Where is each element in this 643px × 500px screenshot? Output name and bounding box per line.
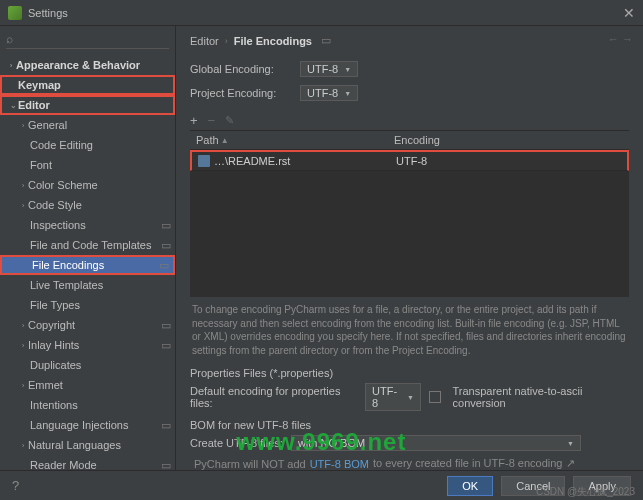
- close-icon[interactable]: ✕: [623, 5, 635, 21]
- breadcrumb: Editor › File Encodings ▭: [190, 34, 629, 47]
- bom-label: Create UTF-8 files:: [190, 437, 283, 449]
- sidebar-item-inlay-hints[interactable]: ›Inlay Hints▭: [0, 335, 175, 355]
- project-badge-icon: ▭: [321, 34, 331, 47]
- project-badge-icon: ▭: [161, 319, 171, 332]
- sidebar-item-font[interactable]: Font: [0, 155, 175, 175]
- remove-button: −: [208, 113, 216, 128]
- bom-section: BOM for new UTF-8 files: [190, 419, 629, 431]
- help-button[interactable]: ?: [12, 478, 19, 493]
- chevron-right-icon: ›: [18, 201, 28, 210]
- sidebar-item-color-scheme[interactable]: ›Color Scheme: [0, 175, 175, 195]
- nav-back-icon[interactable]: ←: [608, 33, 619, 45]
- chevron-down-icon: ⌄: [8, 101, 18, 110]
- sidebar-item-copyright[interactable]: ›Copyright▭: [0, 315, 175, 335]
- file-icon: [198, 155, 210, 167]
- content-pane: Editor › File Encodings ▭ ← → Global Enc…: [176, 26, 643, 470]
- project-badge-icon: ▭: [161, 419, 171, 432]
- table-row[interactable]: …\README.rst UTF-8: [190, 150, 629, 171]
- sidebar-item-general[interactable]: ›General: [0, 115, 175, 135]
- sidebar-item-live-templates[interactable]: Live Templates: [0, 275, 175, 295]
- properties-encoding-label: Default encoding for properties files:: [190, 385, 357, 409]
- sidebar-item-emmet[interactable]: ›Emmet: [0, 375, 175, 395]
- sidebar-item-natural-languages[interactable]: ›Natural Languages: [0, 435, 175, 455]
- sidebar-item-inspections[interactable]: Inspections▭: [0, 215, 175, 235]
- chevron-right-icon: ›: [6, 61, 16, 70]
- properties-section: Properties Files (*.properties): [190, 367, 629, 379]
- search-icon: ⌕: [6, 32, 13, 46]
- chevron-right-icon: ›: [18, 321, 28, 330]
- search-input[interactable]: [17, 33, 169, 45]
- bom-link[interactable]: UTF-8 BOM: [310, 458, 369, 470]
- project-encoding-dropdown[interactable]: UTF-8▼: [300, 85, 358, 101]
- chevron-right-icon: ›: [225, 36, 228, 46]
- sidebar-item-file-templates[interactable]: File and Code Templates▭: [0, 235, 175, 255]
- crumb-editor[interactable]: Editor: [190, 35, 219, 47]
- ok-button[interactable]: OK: [447, 476, 493, 496]
- chevron-down-icon: ▼: [567, 440, 574, 447]
- bom-note: PyCharm will NOT add UTF-8 BOM to every …: [190, 455, 629, 470]
- global-encoding-dropdown[interactable]: UTF-8▼: [300, 61, 358, 77]
- cell-path: …\README.rst: [214, 155, 290, 167]
- transparent-label: Transparent native-to-ascii conversion: [453, 385, 629, 409]
- add-button[interactable]: +: [190, 113, 198, 128]
- sidebar-item-reader-mode[interactable]: Reader Mode▭: [0, 455, 175, 470]
- global-encoding-label: Global Encoding:: [190, 63, 292, 75]
- transparent-checkbox[interactable]: [429, 391, 440, 403]
- chevron-down-icon: ▼: [344, 66, 351, 73]
- chevron-right-icon: ›: [18, 381, 28, 390]
- sidebar-item-file-encodings[interactable]: File Encodings▭: [0, 255, 175, 275]
- col-header-encoding[interactable]: Encoding: [388, 131, 629, 149]
- sidebar-item-appearance[interactable]: ›Appearance & Behavior: [0, 55, 175, 75]
- settings-tree: ›Appearance & Behavior Keymap ⌄Editor ›G…: [0, 53, 175, 470]
- app-icon: [8, 6, 22, 20]
- sidebar-item-code-editing[interactable]: Code Editing: [0, 135, 175, 155]
- edit-button: ✎: [225, 114, 234, 127]
- chevron-right-icon: ›: [18, 121, 28, 130]
- sidebar-item-duplicates[interactable]: Duplicates: [0, 355, 175, 375]
- sidebar-item-file-types[interactable]: File Types: [0, 295, 175, 315]
- project-badge-icon: ▭: [161, 219, 171, 232]
- nav-forward-icon[interactable]: →: [622, 33, 633, 45]
- chevron-down-icon: ▼: [344, 90, 351, 97]
- sidebar-item-editor[interactable]: ⌄Editor: [0, 95, 175, 115]
- chevron-right-icon: ›: [18, 441, 28, 450]
- project-badge-icon: ▭: [161, 239, 171, 252]
- window-title: Settings: [28, 7, 623, 19]
- project-badge-icon: ▭: [161, 339, 171, 352]
- properties-encoding-dropdown[interactable]: UTF-8▼: [365, 383, 421, 411]
- crumb-file-encodings: File Encodings: [234, 35, 312, 47]
- chevron-right-icon: ›: [18, 181, 28, 190]
- csdn-watermark: CSDN @失心疯_2023: [536, 485, 635, 499]
- project-badge-icon: ▭: [159, 259, 169, 272]
- sidebar-item-intentions[interactable]: Intentions: [0, 395, 175, 415]
- bom-dropdown[interactable]: with NO BOM▼: [291, 435, 581, 451]
- cell-encoding: UTF-8: [390, 152, 627, 170]
- search-box[interactable]: ⌕: [6, 30, 169, 49]
- chevron-down-icon: ▼: [407, 394, 414, 401]
- project-badge-icon: ▭: [161, 459, 171, 471]
- hint-text: To change encoding PyCharm uses for a fi…: [190, 297, 629, 363]
- sidebar: ⌕ ›Appearance & Behavior Keymap ⌄Editor …: [0, 26, 176, 470]
- sort-asc-icon: ▲: [221, 136, 229, 145]
- col-header-path[interactable]: Path▲: [190, 131, 388, 149]
- sidebar-item-keymap[interactable]: Keymap: [0, 75, 175, 95]
- project-encoding-label: Project Encoding:: [190, 87, 292, 99]
- chevron-right-icon: ›: [18, 341, 28, 350]
- sidebar-item-code-style[interactable]: ›Code Style: [0, 195, 175, 215]
- sidebar-item-lang-injections[interactable]: Language Injections▭: [0, 415, 175, 435]
